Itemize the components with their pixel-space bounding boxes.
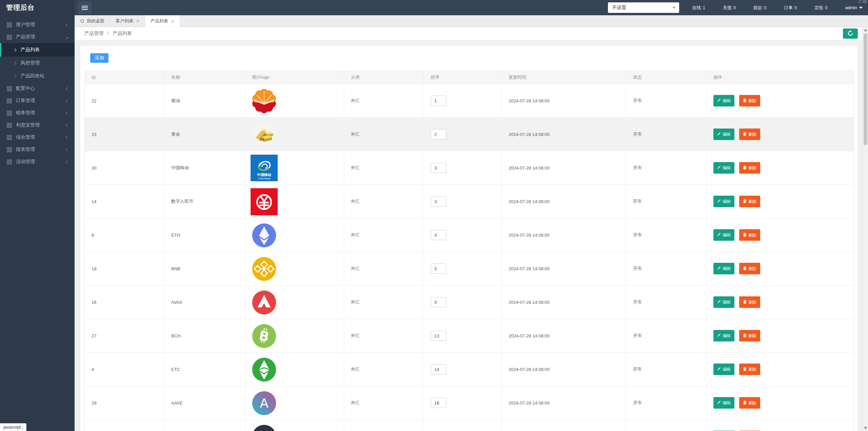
edit-button[interactable]: 编辑 [713, 296, 734, 308]
cell-sort [424, 185, 502, 218]
sort-input[interactable] [431, 364, 446, 374]
cell-status: 开市 [626, 151, 707, 184]
cell-name: 数字人民币 [164, 185, 245, 218]
sidebar-item-0[interactable]: 用户管理 [0, 19, 75, 31]
sort-input[interactable] [431, 230, 446, 240]
delete-button-label: 删除 [748, 165, 756, 171]
sidebar-item-1[interactable]: 产品管理 [0, 31, 75, 43]
sort-input[interactable] [431, 263, 446, 274]
tab-2[interactable]: 产品列表 × [145, 15, 180, 27]
sidebar-item-10[interactable]: 报表管理 [0, 143, 75, 156]
user-menu[interactable]: admin [845, 5, 863, 10]
refresh-button[interactable] [843, 28, 858, 39]
sort-input[interactable] [431, 398, 446, 408]
edit-button[interactable]: 编辑 [713, 263, 734, 274]
scroll-down-icon[interactable] [864, 427, 867, 429]
trash-icon [743, 333, 747, 338]
edit-button-label: 编辑 [723, 367, 731, 372]
table-row-1[interactable]: 23 黄金 外汇 2024-07-28 14:08:00 开市 编辑 删除 [85, 118, 854, 151]
sidebar: 管理后台 用户管理 产品管理 产品列表 风控管理 产品回收站 [0, 0, 75, 431]
sidebar-subitem-3[interactable]: 风控管理 [0, 57, 75, 70]
add-button[interactable]: 添加 [90, 53, 108, 63]
cell-name: AVAX [164, 286, 245, 319]
cell-logo: A [245, 386, 344, 419]
cell-category: 外汇 [344, 218, 424, 252]
table-row-10[interactable]: 编辑 删除 [85, 420, 854, 431]
sort-input[interactable] [431, 196, 446, 207]
sidebar-item-9[interactable]: 综合管理 [0, 131, 75, 143]
delete-button[interactable]: 删除 [739, 296, 760, 308]
pencil-icon [717, 300, 721, 305]
line-select[interactable]: 不设置 [608, 2, 679, 13]
tab-close-icon[interactable]: × [171, 19, 174, 24]
sidebar-item-5[interactable]: 配置中心 [0, 82, 75, 95]
vertical-scrollbar[interactable] [863, 27, 868, 431]
sidebar-item-6[interactable]: 订单管理 [0, 95, 75, 107]
sidebar-item-label: 活动管理 [16, 159, 35, 165]
sort-input[interactable] [431, 163, 446, 173]
sidebar-subitem-2[interactable]: 产品列表 [0, 43, 75, 57]
tab-1[interactable]: 客户列表 × [110, 15, 145, 26]
breadcrumb-parent[interactable]: 产品管理 [84, 31, 103, 36]
sort-input[interactable] [431, 129, 446, 139]
sidebar-subitem-label: 产品列表 [21, 47, 40, 53]
cell-actions: 编辑 删除 [707, 353, 854, 386]
edit-button[interactable]: 编辑 [713, 196, 734, 207]
edit-button[interactable]: 编辑 [713, 330, 734, 341]
table-row-0[interactable]: 22 燃油 外汇 2024-07-28 14:08:00 开市 编辑 删除 [85, 84, 854, 118]
sidebar-item-8[interactable]: 利息宝管理 [0, 119, 75, 131]
tab-close-icon[interactable]: × [136, 18, 139, 23]
header-stat[interactable]: 充值0 [723, 5, 736, 11]
tab-label: 产品列表 [151, 18, 168, 24]
scrollbar-thumb[interactable] [864, 33, 867, 145]
cell-category: 外汇 [344, 185, 424, 218]
delete-button[interactable]: 删除 [739, 397, 760, 409]
edit-button[interactable]: 编辑 [713, 397, 734, 409]
sidebar-item-11[interactable]: 活动管理 [0, 156, 75, 168]
delete-button[interactable]: 删除 [739, 263, 760, 274]
delete-button[interactable]: 删除 [739, 95, 760, 106]
sidebar-item-7[interactable]: 错单管理 [0, 107, 75, 119]
delete-button[interactable]: 删除 [739, 196, 760, 207]
cell-id: 16 [85, 286, 164, 319]
edit-button[interactable]: 编辑 [713, 162, 734, 174]
edit-button[interactable]: 编辑 [713, 95, 734, 106]
scroll-up-icon[interactable] [864, 29, 867, 31]
column-header-5: 更新时间 [502, 71, 626, 84]
table-row-7[interactable]: 27 BCH B 外汇 2024-07-28 14:08:00 开市 编辑 删除 [85, 319, 854, 353]
edit-button[interactable]: 编辑 [713, 129, 734, 140]
delete-button[interactable]: 删除 [739, 229, 760, 241]
delete-button[interactable]: 删除 [739, 129, 760, 140]
sort-input[interactable] [431, 96, 446, 106]
breadcrumb-separator: / [107, 31, 109, 36]
header-stat[interactable]: 在线1 [692, 5, 705, 11]
sort-input[interactable] [431, 331, 446, 341]
table-row-2[interactable]: 30 中国移动 中国移动 China Mobile 外汇 2024-07-28 … [85, 151, 854, 185]
delete-button[interactable]: 删除 [739, 330, 760, 341]
table-row-3[interactable]: 14 数字人民币 外汇 2024-07-28 14:08:00 开市 编辑 删除 [85, 185, 854, 218]
tab-bar: 我的桌面 客户列表 × 产品列表 × [75, 15, 868, 27]
edit-button[interactable]: 编辑 [713, 364, 734, 375]
header-stat[interactable]: 订单0 [784, 5, 797, 11]
table-row-6[interactable]: 16 AVAX 外汇 2024-07-28 14:08:00 开市 编辑 删除 [85, 286, 854, 319]
header-stat[interactable]: 定投0 [814, 5, 827, 11]
sidebar-toggle-button[interactable] [78, 2, 92, 14]
table-row-8[interactable]: 4 ETC 外汇 2024-07-28 14:08:00 开市 编辑 删除 [85, 353, 854, 386]
sort-input[interactable] [431, 297, 446, 307]
sidebar-subitem-4[interactable]: 产品回收站 [0, 70, 75, 82]
header-stat[interactable]: 提款0 [753, 5, 766, 11]
cell-updated: 2024-07-28 14:08:00 [502, 151, 626, 184]
edit-button[interactable]: 编辑 [713, 229, 734, 241]
hamburger-icon [82, 6, 88, 6]
grid-icon [7, 22, 12, 27]
delete-button[interactable]: 删除 [739, 162, 760, 174]
tab-0[interactable]: 我的桌面 [75, 15, 110, 26]
table-row-9[interactable]: 28 AAVE A 外汇 2024-07-28 14:08:00 开市 编辑 删… [85, 386, 854, 420]
cell-sort [424, 420, 502, 431]
table-row-5[interactable]: 18 BNB 外汇 2024-07-28 14:08:00 开市 编辑 删除 [85, 252, 854, 286]
cell-sort [424, 252, 502, 285]
chevron-right-icon [13, 48, 17, 52]
delete-button[interactable]: 删除 [739, 364, 760, 375]
table-row-4[interactable]: 6 ETH 外汇 2024-07-28 14:08:00 开市 编辑 删除 [85, 218, 854, 252]
trash-icon [743, 233, 747, 238]
